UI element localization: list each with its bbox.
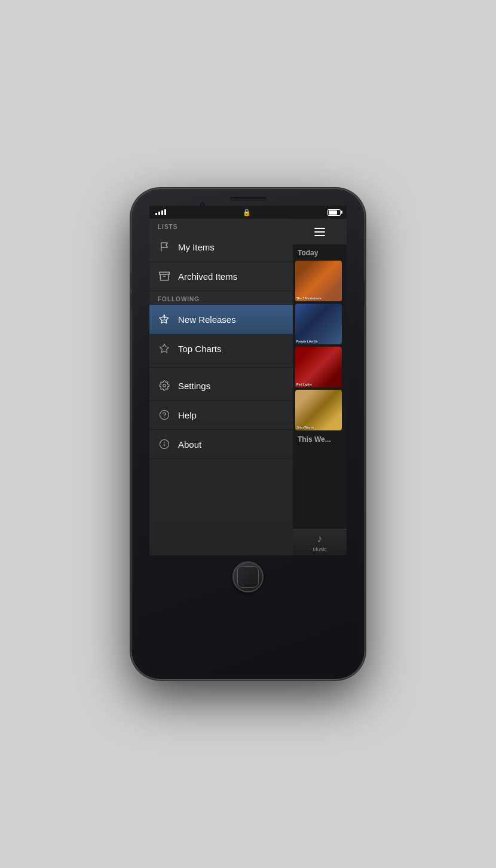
flag-icon <box>158 240 171 253</box>
new-releases-icon <box>158 313 171 326</box>
movie-poster-3[interactable]: Red Lights <box>295 347 342 387</box>
volume-up-button[interactable] <box>130 273 131 289</box>
my-items-label: My Items <box>178 242 215 252</box>
hamburger-line-2 <box>314 231 325 233</box>
sidebar-item-new-releases[interactable]: New Releases <box>149 305 293 334</box>
movie-title-3: Red Lights <box>296 383 341 386</box>
movie-poster-2[interactable]: People Like Us <box>295 304 342 344</box>
sidebar-item-about[interactable]: About <box>149 430 293 459</box>
battery-fill <box>329 210 337 215</box>
phone-screen: 🔒 LISTS My Items <box>149 206 347 555</box>
sidebar-item-settings[interactable]: Settings <box>149 371 293 401</box>
lock-icon: 🔒 <box>243 209 251 216</box>
svg-point-3 <box>164 417 164 417</box>
svg-point-7 <box>164 442 164 442</box>
lists-section-header: LISTS <box>149 219 293 233</box>
tab-bar: ♪ Music <box>293 529 347 555</box>
signal-bar-3 <box>161 210 163 215</box>
music-tab-label: Music <box>313 546 327 552</box>
signal-bar-4 <box>164 209 166 215</box>
sidebar-item-my-items[interactable]: My Items <box>149 233 293 262</box>
hamburger-button[interactable] <box>310 223 330 241</box>
phone-device: 🔒 LISTS My Items <box>131 189 365 679</box>
movie-title-4: John Wayne <box>296 426 341 429</box>
phone-speaker <box>230 197 266 201</box>
volume-down-button[interactable] <box>130 294 131 310</box>
hamburger-line-3 <box>314 235 325 236</box>
svg-point-0 <box>164 317 166 319</box>
screen-content: LISTS My Items <box>149 219 347 555</box>
menu-panel: LISTS My Items <box>149 219 293 555</box>
power-button[interactable] <box>365 282 366 305</box>
status-bar: 🔒 <box>149 206 347 219</box>
hamburger-line-1 <box>314 228 325 229</box>
new-releases-label: New Releases <box>178 314 236 325</box>
home-button[interactable] <box>232 561 264 592</box>
tab-music[interactable]: ♪ Music <box>307 530 333 555</box>
svg-point-2 <box>160 411 169 420</box>
sidebar-item-archived-items[interactable]: Archived Items <box>149 262 293 291</box>
about-label: About <box>178 439 201 450</box>
movie-poster-1[interactable]: The 3 Musketeers <box>295 261 342 301</box>
movie-poster-4[interactable]: John Wayne <box>295 390 342 430</box>
movie-title-2: People Like Us <box>296 340 341 343</box>
info-icon <box>158 438 171 451</box>
today-label: Today <box>293 245 347 259</box>
home-button-inner <box>237 566 259 588</box>
sidebar-item-help[interactable]: Help <box>149 401 293 430</box>
star-icon <box>158 342 171 355</box>
top-charts-label: Top Charts <box>178 344 222 354</box>
this-week-label: This We... <box>293 432 347 446</box>
archive-icon <box>158 270 171 283</box>
archived-items-label: Archived Items <box>178 271 237 282</box>
help-label: Help <box>178 410 197 420</box>
phone-bottom <box>232 561 264 592</box>
signal-bar-2 <box>158 212 160 215</box>
sidebar-item-top-charts[interactable]: Top Charts <box>149 334 293 363</box>
following-section-header: FOLLOWING <box>149 291 293 305</box>
separator-1 <box>149 367 293 368</box>
content-scroll: Today The 3 Musketeers People Like Us Re… <box>293 245 347 555</box>
settings-label: Settings <box>178 381 210 391</box>
svg-point-1 <box>163 384 166 387</box>
content-panel: Today The 3 Musketeers People Like Us Re… <box>293 219 347 555</box>
music-icon: ♪ <box>317 533 322 545</box>
battery-icon <box>327 209 341 216</box>
help-icon <box>158 408 171 421</box>
signal-bar-1 <box>155 213 157 215</box>
content-header <box>293 219 347 245</box>
gear-icon <box>158 379 171 392</box>
battery-indicator <box>327 209 341 216</box>
signal-indicator <box>155 209 166 215</box>
movie-title-1: The 3 Musketeers <box>296 297 341 300</box>
